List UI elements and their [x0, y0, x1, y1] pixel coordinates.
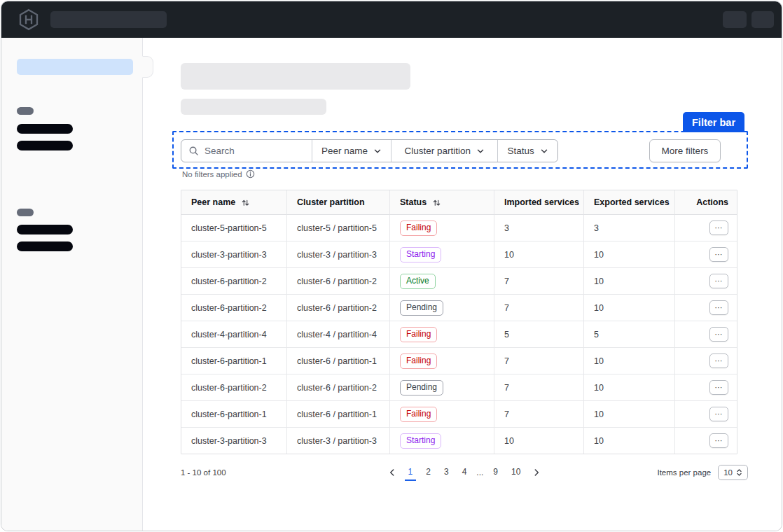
- sidebar-collapse-handle[interactable]: [142, 56, 153, 78]
- search-field[interactable]: [181, 140, 312, 162]
- peer-name-cell: cluster-6-partition-2: [181, 295, 287, 321]
- table-row: cluster-3-partition-3cluster-3 / partiti…: [181, 428, 737, 454]
- status-cell: Pending: [390, 374, 494, 400]
- row-actions-button[interactable]: ⋯: [709, 300, 728, 315]
- status-cell: Failing: [390, 401, 494, 427]
- chevron-down-icon: [476, 147, 485, 155]
- row-actions-button[interactable]: ⋯: [709, 433, 728, 448]
- page-button-4[interactable]: 4: [459, 465, 471, 481]
- status-filter-dropdown[interactable]: Status: [497, 140, 557, 162]
- sidebar: [1, 38, 143, 531]
- sort-icon: [241, 198, 250, 207]
- column-header[interactable]: Status: [390, 190, 494, 215]
- page-button-2[interactable]: 2: [422, 465, 434, 481]
- row-actions-button[interactable]: ⋯: [709, 380, 728, 395]
- cluster-partition-filter-dropdown[interactable]: Cluster partition: [391, 140, 497, 162]
- sidebar-item-placeholder[interactable]: [17, 241, 73, 251]
- status-cell: Failing: [390, 348, 494, 374]
- pager: 1234...910: [342, 465, 587, 481]
- imported-services-cell: 3: [494, 215, 584, 241]
- column-header-label: Peer name: [191, 197, 235, 207]
- status-badge: Starting: [400, 247, 441, 262]
- exported-services-cell: 10: [584, 348, 675, 374]
- status-badge: Failing: [400, 327, 437, 342]
- status-badge: Failing: [400, 220, 437, 236]
- column-header: Imported services: [494, 190, 584, 215]
- page-subtitle-placeholder: [181, 99, 326, 115]
- chevron-down-icon: [540, 147, 548, 155]
- top-nav-bar: [1, 1, 782, 38]
- imported-services-cell: 10: [494, 241, 584, 267]
- page-button-10[interactable]: 10: [508, 465, 524, 481]
- row-actions-button[interactable]: ⋯: [709, 274, 728, 288]
- previous-page-button[interactable]: [386, 466, 399, 479]
- page-button-3[interactable]: 3: [441, 465, 452, 481]
- peer-name-cell: cluster-3-partition-3: [181, 241, 287, 267]
- column-header-label: Cluster partition: [297, 197, 365, 207]
- sidebar-item-placeholder[interactable]: [17, 225, 73, 234]
- table-row: cluster-4-partition-4cluster-4 / partiti…: [181, 321, 737, 348]
- imported-services-cell: 7: [494, 401, 584, 427]
- table-row: cluster-6-partition-2cluster-6 / partiti…: [181, 295, 737, 321]
- search-input[interactable]: [205, 146, 296, 156]
- sidebar-section-label-placeholder: [17, 209, 34, 216]
- imported-services-cell: 5: [494, 321, 584, 347]
- peer-name-cell: cluster-6-partition-1: [181, 401, 287, 427]
- peers-table: Peer nameCluster partitionStatusImported…: [181, 190, 737, 454]
- row-actions-button[interactable]: ⋯: [709, 247, 728, 262]
- table-body: cluster-5-partition-5cluster-5 / partiti…: [181, 215, 737, 454]
- column-header[interactable]: Peer name: [181, 190, 287, 215]
- column-header-label: Exported services: [594, 197, 670, 207]
- status-cell: Starting: [390, 428, 494, 454]
- items-per-page-value: 10: [723, 468, 733, 477]
- column-header-label: Imported services: [504, 197, 579, 207]
- page-button-9[interactable]: 9: [490, 465, 501, 481]
- cluster-partition-cell: cluster-3 / partition-3: [287, 428, 390, 454]
- actions-cell: ⋯: [675, 374, 737, 400]
- exported-services-cell: 10: [584, 428, 675, 454]
- table-row: cluster-6-partition-1cluster-6 / partiti…: [181, 401, 737, 428]
- row-actions-button[interactable]: ⋯: [709, 354, 728, 368]
- no-filters-label: No filters applied: [182, 170, 242, 178]
- sidebar-active-item-placeholder[interactable]: [17, 59, 133, 75]
- page-button-1[interactable]: 1: [405, 465, 417, 481]
- imported-services-cell: 7: [494, 374, 584, 400]
- dropdown-label: Peer name: [321, 146, 368, 156]
- peer-name-filter-dropdown[interactable]: Peer name: [312, 140, 392, 162]
- peer-name-cell: cluster-6-partition-1: [181, 348, 287, 374]
- table-row: cluster-6-partition-1cluster-6 / partiti…: [181, 348, 737, 374]
- row-actions-button[interactable]: ⋯: [709, 407, 728, 421]
- search-icon: [188, 146, 199, 156]
- row-actions-button[interactable]: ⋯: [709, 220, 728, 235]
- status-cell: Pending: [390, 295, 494, 321]
- nav-placeholder: [50, 11, 167, 28]
- peer-name-cell: cluster-6-partition-2: [181, 268, 287, 294]
- select-caret-icon: [736, 468, 742, 477]
- app-window: Filter bar Peer name Cluster partition: [1, 1, 782, 531]
- sidebar-item-placeholder[interactable]: [17, 124, 73, 134]
- actions-cell: ⋯: [675, 241, 737, 267]
- row-actions-button[interactable]: ⋯: [709, 327, 728, 342]
- table-row: cluster-3-partition-3cluster-3 / partiti…: [181, 241, 737, 268]
- info-icon[interactable]: [246, 169, 255, 178]
- actions-cell: ⋯: [675, 401, 737, 427]
- status-cell: Failing: [390, 321, 494, 347]
- sidebar-section-label-placeholder: [17, 107, 34, 115]
- exported-services-cell: 10: [584, 241, 675, 267]
- table-row: cluster-6-partition-2cluster-6 / partiti…: [181, 374, 737, 401]
- imported-services-cell: 7: [494, 268, 584, 294]
- items-per-page-select[interactable]: 10: [718, 465, 748, 480]
- status-cell: Active: [390, 268, 494, 294]
- sidebar-item-placeholder[interactable]: [17, 141, 73, 150]
- column-header-label: Status: [400, 197, 427, 207]
- sort-icon: [432, 198, 441, 207]
- more-filters-button[interactable]: More filters: [649, 139, 721, 162]
- topbar-action-placeholder: [751, 11, 774, 28]
- imported-services-cell: 7: [494, 348, 584, 374]
- filter-status-text: No filters applied: [182, 169, 255, 178]
- actions-cell: ⋯: [675, 215, 737, 241]
- table-row: cluster-5-partition-5cluster-5 / partiti…: [181, 215, 737, 241]
- peer-name-cell: cluster-5-partition-5: [181, 215, 287, 241]
- next-page-button[interactable]: [530, 466, 543, 479]
- cluster-partition-cell: cluster-6 / partition-1: [287, 348, 390, 374]
